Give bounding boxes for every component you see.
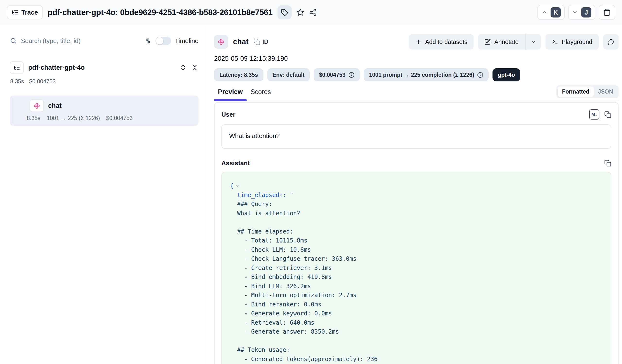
tab-preview[interactable]: Preview	[214, 85, 247, 101]
observation-header: chat ID Add to datasets	[214, 34, 619, 50]
latency-badge-label: Latency: 8.35s	[219, 72, 258, 78]
collapse-all-icon[interactable]	[191, 64, 198, 71]
model-badge: gpt-4o	[492, 68, 520, 81]
copy-icon[interactable]	[253, 38, 260, 45]
code-line: {	[230, 182, 603, 191]
trace-node-badge	[10, 61, 24, 74]
observation-timestamp: 2025-05-09 12:15:39.190	[214, 55, 619, 62]
comments-button[interactable]	[603, 34, 619, 50]
code-line: - Retrieval: 640.0ms	[230, 318, 603, 327]
code-line: - Create retriever: 3.1ms	[230, 264, 603, 273]
sliders-icon[interactable]	[144, 37, 152, 44]
assistant-heading: Assistant	[221, 159, 250, 167]
code-line: - Bind embedding: 419.8ms	[230, 273, 603, 282]
code-line: - Check Langfuse tracer: 363.0ms	[230, 254, 603, 264]
info-icon[interactable]	[349, 72, 354, 78]
share-button[interactable]	[309, 8, 317, 16]
expand-all-icon[interactable]	[179, 64, 187, 71]
share-icon	[309, 8, 317, 16]
code-line: What is attention?	[230, 209, 603, 218]
chevron-up-icon	[541, 9, 548, 16]
code-line: - Bind reranker: 0.0ms	[230, 300, 603, 309]
env-badge: Env: default	[267, 68, 310, 81]
star-icon	[296, 8, 304, 16]
assistant-output-card: { time_elapsed:: " ### Query: What is at…	[221, 172, 611, 364]
code-line: ## Time elapsed:	[230, 227, 603, 236]
annotate-button[interactable]: Annotate	[478, 34, 525, 50]
tree-root-row[interactable]: pdf-chatter-gpt-4o	[10, 61, 198, 74]
bookmark-star-button[interactable]	[296, 8, 304, 16]
format-segmented-control: Formatted JSON	[556, 85, 619, 98]
generation-node-badge	[30, 99, 44, 112]
code-line: - Total: 10115.8ms	[230, 236, 603, 245]
shortcut-j-badge: J	[581, 7, 591, 18]
env-badge-label: Env: default	[272, 72, 305, 78]
annotate-split-button: Annotate	[478, 34, 541, 50]
markdown-toggle-icon[interactable]: M↓	[589, 109, 599, 119]
code-line: - Generate keyword: 0.0ms	[230, 309, 603, 318]
generation-icon	[218, 38, 225, 45]
list-tree-icon	[12, 9, 19, 16]
annotate-menu-button[interactable]	[525, 34, 541, 50]
delete-trace-button[interactable]	[599, 5, 615, 20]
tags-button[interactable]	[277, 5, 292, 19]
copy-icon[interactable]	[604, 160, 611, 167]
observation-detail-panel: chat ID Add to datasets	[205, 25, 622, 364]
observation-tokens: 1001 → 225 (Σ 1226)	[47, 115, 100, 121]
playground-label: Playground	[562, 38, 592, 45]
playground-button[interactable]: Playground	[545, 34, 599, 50]
code-line: - Multi-turn optimization: 2.7ms	[230, 291, 603, 300]
model-badge-label: gpt-4o	[498, 72, 515, 78]
timeline-toggle[interactable]	[156, 37, 171, 45]
root-latency: 8.35s	[10, 78, 24, 85]
open-brace: {	[230, 182, 233, 191]
code-line: - Check LLM: 10.8ms	[230, 245, 603, 255]
user-input-text: What is attention?	[229, 132, 280, 139]
info-icon[interactable]	[477, 72, 483, 78]
page-title: pdf-chatter-gpt-4o: 0bde9629-4251-4386-b…	[48, 8, 272, 17]
io-preview-panel: User M↓ What is attention? Assistant	[214, 102, 619, 364]
tree-guide-line	[13, 97, 13, 124]
trash-icon	[603, 8, 611, 16]
detail-tabs: Preview Scores Formatted JSON	[214, 85, 619, 101]
next-trace-button[interactable]: J	[568, 5, 595, 20]
user-input-card: What is attention?	[221, 124, 611, 149]
copy-id-group[interactable]: ID	[253, 38, 269, 45]
assistant-section-header: Assistant	[221, 159, 611, 167]
terminal-icon	[552, 39, 558, 45]
timeline-label: Timeline	[175, 37, 198, 45]
annotate-label: Annotate	[494, 38, 519, 45]
format-option-formatted[interactable]: Formatted	[558, 87, 594, 97]
root-cost: $0.004753	[29, 78, 56, 85]
tree-root-metrics: 8.35s $0.004753	[10, 78, 198, 85]
latency-badge: Latency: 8.35s	[214, 68, 263, 81]
tokens-badge-label: 1001 prompt → 225 completion (Σ 1226)	[369, 72, 474, 78]
observation-metrics: 8.35s 1001 → 225 (Σ 1226) $0.004753	[10, 115, 198, 121]
search-input[interactable]	[21, 37, 140, 45]
observation-cost: $0.004753	[106, 115, 133, 121]
tree-search-row: Timeline	[10, 34, 198, 48]
collapse-chevron-icon[interactable]	[235, 183, 240, 189]
plus-icon	[415, 39, 422, 45]
format-option-json[interactable]: JSON	[594, 87, 617, 97]
top-bar: Trace pdf-chatter-gpt-4o: 0bde9629-4251-…	[0, 0, 622, 25]
id-label: ID	[262, 38, 269, 45]
add-to-datasets-button[interactable]: Add to datasets	[409, 34, 474, 50]
code-line	[230, 218, 603, 227]
user-heading: User	[221, 111, 235, 118]
cost-badge: $0.004753	[314, 68, 360, 81]
observation-label: chat	[48, 102, 62, 110]
previous-trace-button[interactable]: K	[537, 5, 565, 20]
observation-latency: 8.35s	[27, 115, 40, 121]
copy-icon[interactable]	[604, 111, 611, 118]
generation-type-badge	[214, 35, 228, 49]
search-icon	[10, 37, 17, 44]
code-line: - Bind LLM: 326.2ms	[230, 282, 603, 291]
observation-row-chat[interactable]: chat 8.35s 1001 → 225 (Σ 1226) $0.004753	[10, 96, 198, 126]
tree-root-label: pdf-chatter-gpt-4o	[28, 64, 85, 71]
cost-badge-label: $0.004753	[319, 72, 346, 78]
observation-title: chat	[233, 38, 249, 46]
toggle-knob	[156, 37, 163, 44]
tab-scores[interactable]: Scores	[247, 85, 275, 101]
code-line: ### Query:	[230, 200, 603, 209]
